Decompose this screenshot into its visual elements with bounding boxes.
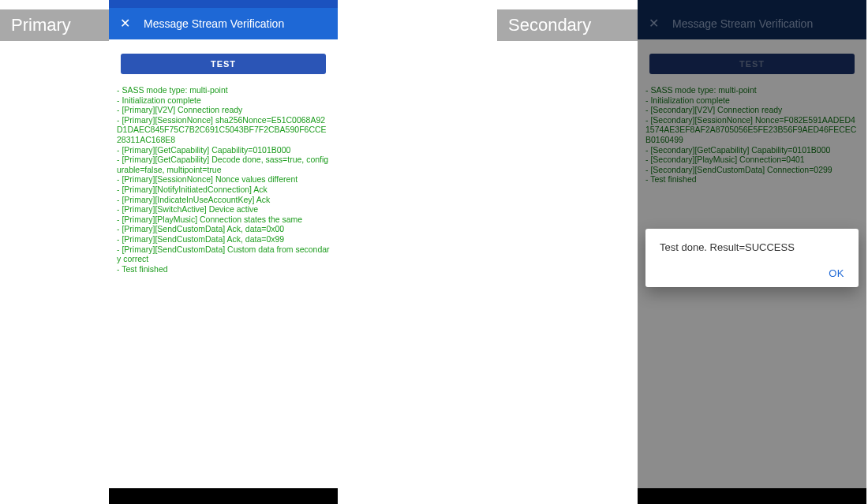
log-line: [Primary][SessionNonce] Nonce values dif… (117, 174, 297, 184)
log-line: [Primary][NotifyInitiatedConnection] Ack (117, 185, 268, 194)
log-line: [Secondary][PlayMusic] Connection=0401 (645, 155, 805, 164)
page-title: Message Stream Verification (144, 17, 284, 30)
status-bar (638, 0, 866, 8)
log-line: [Secondary][V2V] Connection ready (645, 105, 782, 114)
dialog-message: Test done. Result=SUCCESS (660, 241, 844, 253)
primary-device-panel: ✕ Message Stream Verification TEST SASS … (109, 0, 338, 504)
log-line: [Secondary][GetCapability] Capability=01… (645, 145, 830, 155)
primary-log: SASS mode type: multi-pointInitializatio… (115, 85, 331, 274)
page-title: Message Stream Verification (672, 17, 813, 30)
secondary-log: SASS mode type: multi-pointInitializatio… (644, 85, 860, 185)
ok-button[interactable]: OK (829, 267, 844, 279)
log-line: [Secondary][SendCustomData] Connection=0… (645, 165, 832, 174)
close-icon[interactable]: ✕ (649, 17, 660, 30)
nav-bar (109, 488, 338, 504)
log-line: [Primary][GetCapability] Capability=0101… (117, 145, 290, 155)
test-button[interactable]: TEST (649, 54, 855, 74)
status-bar (109, 0, 338, 8)
result-dialog: Test done. Result=SUCCESS OK (645, 229, 859, 287)
close-icon[interactable]: ✕ (120, 17, 131, 30)
log-line: [Primary][PlayMusic] Connection states t… (117, 215, 302, 224)
log-line: [Primary][GetCapability] Decode done, sa… (117, 155, 328, 174)
log-line: [Primary][SwitchActive] Device active (117, 204, 258, 214)
log-line: [Primary][SendCustomData] Ack, data=0x00 (117, 224, 284, 233)
label-secondary: Secondary (497, 9, 638, 41)
log-line: Test finished (645, 174, 697, 184)
log-line: [Primary][V2V] Connection ready (117, 105, 242, 114)
label-secondary-text: Secondary (508, 15, 591, 35)
content-area: TEST SASS mode type: multi-pointInitiali… (109, 39, 338, 488)
nav-bar (638, 488, 866, 504)
log-line: SASS mode type: multi-point (117, 85, 228, 95)
app-bar: ✕ Message Stream Verification (109, 8, 338, 39)
label-primary-text: Primary (11, 15, 71, 35)
log-line: [Primary][SendCustomData] Ack, data=0x99 (117, 234, 284, 244)
app-bar: ✕ Message Stream Verification (638, 8, 866, 39)
log-line: Initialization complete (117, 95, 201, 105)
log-line: SASS mode type: multi-point (645, 85, 757, 95)
log-line: [Primary][IndicateInUseAccountKey] Ack (117, 195, 270, 204)
secondary-device-panel: ✕ Message Stream Verification TEST SASS … (638, 0, 866, 504)
log-line: [Secondary][SessionNonce] Nonce=F082E591… (645, 115, 856, 144)
log-line: Initialization complete (645, 95, 730, 105)
log-line: Test finished (117, 264, 168, 274)
log-line: [Primary][SessionNonce] sha256Nonce=E51C… (117, 115, 327, 144)
log-line: [Primary][SendCustomData] Custom data fr… (117, 245, 330, 264)
test-button[interactable]: TEST (121, 54, 326, 74)
label-primary: Primary (0, 9, 109, 41)
